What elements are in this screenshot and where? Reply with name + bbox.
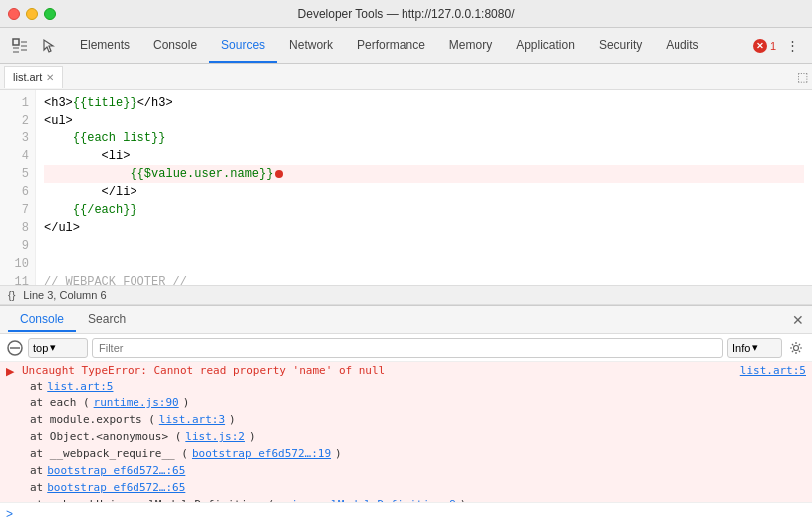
code-panel: list.art ✕ ⬚ 1 2 3 4 5 6 7 8 9 10 11 12 (0, 64, 812, 285)
console-settings-icon[interactable] (786, 338, 806, 358)
console-input[interactable] (17, 507, 806, 520)
file-tab-list-art[interactable]: list.art ✕ (4, 66, 63, 88)
no-entry-icon[interactable] (6, 339, 24, 357)
code-line-4: <li> (44, 147, 804, 165)
context-select[interactable]: top ▾ (28, 338, 88, 358)
status-text: Line 3, Column 6 (23, 289, 106, 301)
expand-panel-icon[interactable]: ⬚ (797, 70, 808, 84)
file-tab-close-icon[interactable]: ✕ (46, 72, 54, 83)
filter-input[interactable] (92, 338, 723, 358)
code-line-8: </ul> (44, 219, 804, 237)
stack-line-5: at bootstrap ef6d572…:65 (30, 462, 806, 479)
error-dot-icon (275, 170, 283, 178)
tab-bar-left-icons (8, 28, 60, 63)
stack-link-1[interactable]: runtime.js:90 (94, 394, 179, 411)
main-tabs: Elements Console Sources Network Perform… (68, 28, 753, 63)
stack-link-4[interactable]: bootstrap ef6d572…:19 (192, 445, 331, 462)
stack-line-1: at each ( runtime.js:90 ) (30, 394, 806, 411)
window-title: Developer Tools — http://127.0.0.1:8080/ (298, 7, 515, 21)
tab-application[interactable]: Application (504, 28, 587, 63)
stack-link-3[interactable]: list.js:2 (185, 428, 245, 445)
stack-link-6[interactable]: bootstrap ef6d572…:65 (47, 479, 185, 496)
info-select[interactable]: Info ▾ (727, 338, 782, 358)
tab-bar: Elements Console Sources Network Perform… (0, 28, 812, 64)
code-line-5: {{$value.user.name}} (44, 165, 804, 183)
line-numbers: 1 2 3 4 5 6 7 8 9 10 11 12 (0, 90, 36, 285)
tab-bar-right: ✕ 1 ⋮ (753, 28, 812, 63)
stack-link-2[interactable]: list.art:3 (159, 411, 225, 428)
stack-line-4: at __webpack_require__ ( bootstrap ef6d5… (30, 445, 806, 462)
svg-rect-0 (13, 39, 19, 45)
stack-line-0: at list.art:5 (30, 378, 806, 394)
console-input-row: > (0, 502, 812, 524)
console-content: ▶ Uncaught TypeError: Cannot read proper… (0, 362, 812, 502)
stack-line-2: at module.exports ( list.art:3 ) (30, 411, 806, 428)
more-options-icon[interactable]: ⋮ (780, 34, 804, 58)
console-error-main: ▶ Uncaught TypeError: Cannot read proper… (6, 364, 806, 378)
curly-braces-icon: {} (8, 289, 15, 301)
file-tab-bar: list.art ✕ ⬚ (0, 64, 812, 90)
error-count-icon: ✕ (753, 39, 767, 53)
maximize-button[interactable] (44, 8, 56, 20)
main-content: list.art ✕ ⬚ 1 2 3 4 5 6 7 8 9 10 11 12 (0, 64, 812, 524)
code-editor: 1 2 3 4 5 6 7 8 9 10 11 12 <h3>{{title}}… (0, 90, 812, 285)
stack-line-6: at bootstrap ef6d572…:65 (30, 479, 806, 496)
console-close-icon[interactable]: ✕ (792, 312, 804, 328)
code-line-6: </li> (44, 183, 804, 201)
stack-link-5[interactable]: bootstrap ef6d572…:65 (47, 462, 185, 479)
code-line-10 (44, 255, 804, 273)
code-line-2: <ul> (44, 112, 804, 130)
code-line-7: {{/each}} (44, 201, 804, 219)
tab-network[interactable]: Network (277, 28, 345, 63)
status-bar: {} Line 3, Column 6 (0, 285, 812, 305)
code-content[interactable]: <h3>{{title}}</h3> <ul> {{each list}} <l… (36, 90, 812, 285)
error-main-link[interactable]: list.art:5 (740, 364, 806, 377)
stack-trace: at list.art:5 at each ( runtime.js:90 ) … (6, 378, 806, 502)
traffic-lights (8, 8, 56, 20)
stack-link-0[interactable]: list.art:5 (47, 378, 113, 394)
tab-performance[interactable]: Performance (345, 28, 437, 63)
tab-audits[interactable]: Audits (654, 28, 710, 63)
title-bar: Developer Tools — http://127.0.0.1:8080/ (0, 0, 812, 28)
console-tab-console[interactable]: Console (8, 308, 76, 332)
tab-sources[interactable]: Sources (209, 28, 277, 63)
stack-line-3: at Object.<anonymous> ( list.js:2 ) (30, 428, 806, 445)
minimize-button[interactable] (26, 8, 38, 20)
code-line-1: <h3>{{title}}</h3> (44, 94, 804, 112)
error-message: Uncaught TypeError: Cannot read property… (22, 364, 736, 377)
console-panel: Console Search ✕ top ▾ Info (0, 305, 812, 524)
error-badge: ✕ 1 (753, 39, 776, 53)
code-line-9 (44, 237, 804, 255)
console-toolbar: top ▾ Info ▾ (0, 334, 812, 362)
code-line-11: // WEBPACK FOOTER // (44, 273, 804, 285)
code-line-3: {{each list}} (44, 130, 804, 147)
tab-security[interactable]: Security (587, 28, 654, 63)
close-button[interactable] (8, 8, 20, 20)
console-prompt-icon: > (6, 507, 13, 521)
tab-console[interactable]: Console (141, 28, 209, 63)
console-tab-bar: Console Search ✕ (0, 306, 812, 334)
cursor-icon[interactable] (36, 34, 60, 58)
console-error-row: ▶ Uncaught TypeError: Cannot read proper… (0, 362, 812, 502)
console-tabs: Console Search (8, 308, 137, 332)
error-triangle-icon[interactable]: ▶ (6, 365, 14, 378)
tab-elements[interactable]: Elements (68, 28, 141, 63)
inspect-icon[interactable] (8, 34, 32, 58)
svg-point-3 (794, 345, 799, 350)
tab-memory[interactable]: Memory (437, 28, 504, 63)
console-tab-search[interactable]: Search (76, 308, 137, 332)
